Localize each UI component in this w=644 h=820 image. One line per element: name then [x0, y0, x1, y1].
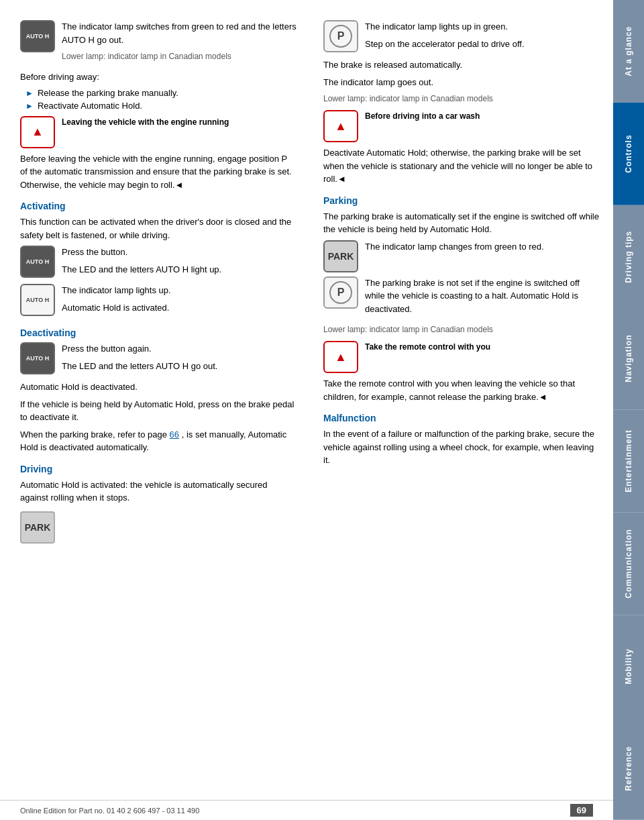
sidebar-tab-navigation[interactable]: Navigation	[613, 307, 644, 410]
bullet-arrow-2: ►	[25, 101, 34, 111]
autoh-icon-press: AUTO H	[20, 246, 55, 278]
activating-heading: Activating	[20, 201, 297, 211]
press-again-text: Press the button again.	[62, 342, 297, 356]
sidebar-tab-glance[interactable]: At a glance	[613, 0, 644, 103]
led-go-out-text: The LED and the letters AUTO H go out.	[62, 360, 297, 373]
press-button-box: AUTO H Press the button. The LED and the…	[20, 246, 297, 280]
sidebar-tab-entertainment[interactable]: Entertainment	[613, 410, 644, 513]
lower-lamp2: Lower lamp: indicator lamp in Canadian m…	[323, 323, 600, 336]
bullet-2: ► Reactivate Automatic Hold.	[20, 101, 297, 111]
park-icon-text: The indicator lamp changes from green to…	[365, 240, 600, 254]
warning-icon-remote: ▲	[323, 341, 358, 373]
press-button-text: Press the button.	[62, 246, 297, 259]
autoh-icon-deactivate: AUTO H	[20, 342, 55, 374]
left-column: AUTO H The indicator lamp switches from …	[20, 20, 303, 780]
top-icon-box-left: AUTO H The indicator lamp switches from …	[20, 20, 297, 66]
deactivating-heading: Deactivating	[20, 327, 297, 338]
driving-text: Automatic Hold is activated: the vehicle…	[20, 478, 297, 505]
page-link[interactable]: 66	[170, 429, 179, 440]
top-icon-text2-left: Lower lamp: indicator lamp in Canadian m…	[62, 50, 297, 62]
indicator-lights-box: AUTO H The indicator lamp lights up. Aut…	[20, 284, 297, 318]
activating-text: This function can be activated when the …	[20, 215, 297, 242]
leaving-text: Before leaving the vehicle with the engi…	[20, 152, 297, 192]
top-icon-text1-left: The indicator lamp switches from green t…	[62, 20, 297, 46]
remote-text: Take the remote control with you when le…	[323, 377, 600, 403]
circle-p-box: P The parking brake is not set if the en…	[323, 276, 600, 320]
auto-hold-activated-text: Automatic Hold is activated.	[62, 301, 297, 315]
bullet-1: ► Release the parking brake manually.	[20, 88, 297, 98]
park-icon-standalone: PARK	[20, 511, 55, 544]
bottom-bar: Online Edition for Part no. 01 40 2 606 …	[0, 800, 613, 820]
warning-carwash-box: ▲ Before driving into a car wash	[323, 110, 600, 142]
warning-icon-leaving: ▲	[20, 116, 55, 148]
park-icon-box: PARK The indicator lamp changes from gre…	[323, 240, 600, 272]
bullet-arrow-1: ►	[25, 89, 34, 98]
autoh-icon-outline: AUTO H	[20, 284, 55, 316]
top-icon-text2-right: Step on the accelerator pedal to drive o…	[365, 38, 600, 51]
warning-leaving-text: Leaving the vehicle with the engine runn…	[62, 116, 297, 128]
warning-icon-carwash: ▲	[323, 110, 358, 142]
carwash-text: Deactivate Automatic Hold; otherwise, th…	[323, 146, 600, 186]
warning-carwash-heading: Before driving into a car wash	[365, 110, 600, 122]
sidebar-tab-mobility[interactable]: Mobility	[613, 615, 644, 718]
driving-heading: Driving	[20, 464, 297, 474]
sidebar-tab-driving[interactable]: Driving tips	[613, 205, 644, 308]
warning-leaving-box: ▲ Leaving the vehicle with the engine ru…	[20, 116, 297, 148]
sidebar-tab-reference[interactable]: Reference	[613, 717, 644, 820]
deactivated-text: Automatic Hold is deactivated.	[20, 380, 297, 394]
sidebar-tab-communication[interactable]: Communication	[613, 513, 644, 615]
parking-brake-text: When the parking brake, refer to page 66…	[20, 428, 297, 454]
parking-text: The parking brake is automatically set i…	[323, 210, 600, 236]
top-icon-box-right: P The indicator lamp lights up in green.…	[323, 20, 600, 54]
warning-remote-box: ▲ Take the remote control with you	[323, 341, 600, 373]
before-driving: Before driving away:	[20, 70, 297, 84]
sidebar: At a glance Controls Driving tips Naviga…	[613, 0, 644, 820]
indicator-lights-text: The indicator lamp lights up.	[62, 284, 297, 297]
circle-p-icon-parking: P	[323, 276, 358, 309]
brake-released: The brake is released automatically.	[323, 58, 600, 72]
circle-icon-text: The parking brake is not set if the engi…	[365, 276, 600, 316]
indicator-goes-out: The indicator lamp goes out.	[323, 76, 600, 89]
parking-heading: Parking	[323, 195, 600, 206]
autoh-icon-top: AUTO H	[20, 20, 55, 52]
malfunction-heading: Malfunction	[323, 413, 600, 423]
sidebar-tab-controls[interactable]: Controls	[613, 103, 644, 205]
footer-text: Online Edition for Part no. 01 40 2 606 …	[20, 807, 199, 815]
circle-p-icon-top: P	[323, 20, 358, 52]
led-text: The LED and the letters AUTO H light up.	[62, 263, 297, 276]
top-icon-text1-right: The indicator lamp lights up in green.	[365, 20, 600, 34]
if-held-text: If the vehicle is being held by Automati…	[20, 398, 297, 424]
right-column: P The indicator lamp lights up in green.…	[317, 20, 600, 780]
park-icon-right: PARK	[323, 240, 358, 272]
press-again-box: AUTO H Press the button again. The LED a…	[20, 342, 297, 376]
lower-lamp: Lower lamp: indicator lamp in Canadian m…	[323, 93, 600, 105]
malfunction-text: In the event of a failure or malfunction…	[323, 427, 600, 467]
page-number: 69	[570, 804, 593, 817]
warning-remote-heading: Take the remote control with you	[365, 341, 600, 353]
